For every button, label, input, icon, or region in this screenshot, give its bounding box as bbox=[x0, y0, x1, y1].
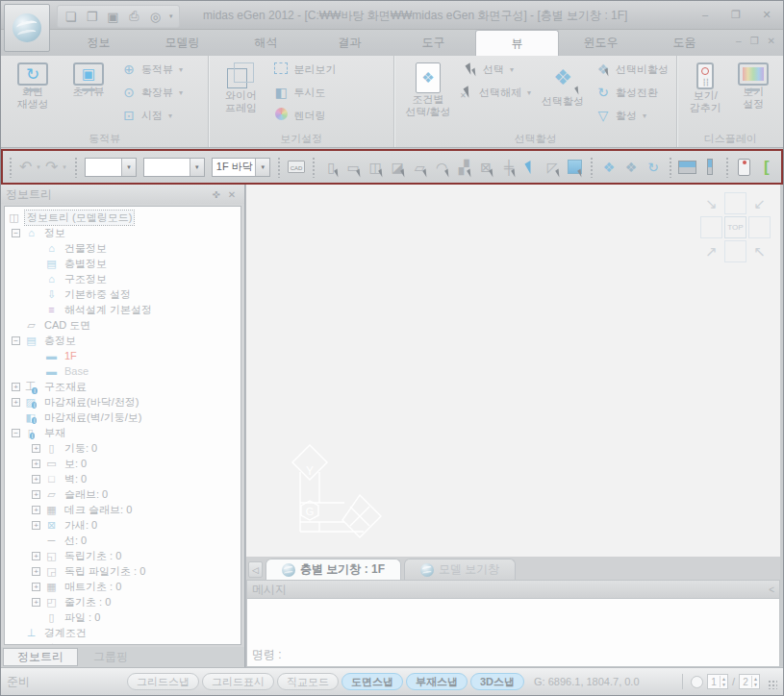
expand-toggle-icon[interactable]: + bbox=[32, 506, 40, 514]
menu-tab[interactable]: 정보 bbox=[57, 30, 140, 56]
page-spinner-current[interactable]: 1 ▲▼ bbox=[707, 674, 728, 689]
dropdown-caret-icon[interactable]: ▾ bbox=[508, 65, 514, 74]
tree-item[interactable]: + 줄기초 : 0 bbox=[5, 594, 240, 609]
select-rail-icon[interactable] bbox=[497, 157, 518, 178]
toolbar-options-caret-icon[interactable]: ▾ bbox=[167, 12, 175, 20]
ribbon-large-button[interactable]: 화면 재생성 bbox=[5, 58, 61, 131]
tree-item[interactable]: 해석설계 기본설정 bbox=[5, 302, 240, 317]
expand-toggle-icon[interactable]: + bbox=[32, 598, 40, 607]
ribbon-large-button[interactable]: 초기뷰 bbox=[61, 58, 116, 131]
tree-item[interactable]: + 보: 0 bbox=[5, 456, 240, 471]
new-file-icon[interactable]: ❏ bbox=[62, 8, 80, 25]
select-beam-icon[interactable] bbox=[342, 157, 364, 178]
tree-item-label[interactable]: 정보트리 (모델링모드) bbox=[25, 211, 134, 225]
story-combo-1[interactable]: ▾ bbox=[85, 158, 137, 177]
cad-import-icon[interactable] bbox=[286, 157, 307, 178]
toolbar-grip[interactable] bbox=[590, 157, 594, 178]
menu-tab[interactable]: 도움 bbox=[643, 30, 726, 56]
expand-toggle-icon[interactable]: − bbox=[12, 229, 20, 237]
pin-icon[interactable]: ✜ bbox=[209, 189, 224, 200]
green-bracket-icon[interactable] bbox=[756, 157, 777, 178]
pick-cursor-icon[interactable] bbox=[519, 157, 541, 178]
combo-caret-icon[interactable]: ▾ bbox=[190, 159, 204, 176]
tab-scroll-left-icon[interactable]: ◁ bbox=[248, 561, 263, 578]
view-top-button[interactable]: TOP bbox=[724, 216, 746, 238]
mdi-restore-button[interactable]: ❐ bbox=[750, 36, 759, 46]
spinner-arrows-icon[interactable]: ▲▼ bbox=[720, 676, 727, 687]
command-prompt[interactable]: 명령 : bbox=[252, 647, 282, 663]
tree-item[interactable]: 선: 0 bbox=[5, 533, 240, 548]
toolbar-grip[interactable] bbox=[9, 157, 13, 178]
tree-item-label[interactable]: 층정보 bbox=[42, 334, 78, 348]
tree-item[interactable]: Base bbox=[5, 363, 240, 379]
select-arc-icon[interactable] bbox=[431, 157, 452, 178]
ribbon-small-button[interactable]: 분리보기 bbox=[268, 58, 340, 81]
pan-up-icon[interactable] bbox=[724, 240, 746, 262]
expand-toggle-icon[interactable]: + bbox=[32, 567, 40, 576]
tree-item-label[interactable]: 하중 bbox=[42, 641, 67, 646]
tree-item-label[interactable]: 부재 bbox=[42, 426, 67, 440]
tree-item-label[interactable]: 건물정보 bbox=[63, 241, 109, 256]
snap-toggle-button[interactable]: 도면스냅 bbox=[341, 673, 403, 690]
tree-item[interactable]: 건물정보 bbox=[5, 240, 240, 256]
expand-toggle-icon[interactable]: + bbox=[12, 398, 20, 407]
tree-item[interactable]: 정보트리 (모델링모드) bbox=[5, 210, 240, 225]
tree-item-label[interactable]: 보: 0 bbox=[63, 457, 89, 471]
tree-item[interactable]: + 매트기초 : 0 bbox=[5, 579, 240, 594]
tree-item-label[interactable]: CAD 도면 bbox=[42, 318, 92, 333]
ribbon-large-button[interactable]: 와이어 프레임 bbox=[213, 58, 268, 131]
toolbar-grip[interactable] bbox=[277, 157, 281, 178]
tree-item[interactable]: 구조정보 bbox=[5, 271, 240, 286]
snap-toggle-button[interactable]: 3D스냅 bbox=[470, 673, 524, 690]
command-output[interactable]: 명령 : bbox=[246, 599, 780, 667]
tree-item-label[interactable]: 슬래브: 0 bbox=[63, 487, 110, 502]
tree-item[interactable]: + 벽: 0 bbox=[5, 471, 240, 486]
tree-item-label[interactable]: Base bbox=[63, 365, 90, 377]
expand-toggle-icon[interactable]: + bbox=[32, 475, 40, 484]
ribbon-large-button[interactable]: 조건별 선택/활성 bbox=[398, 58, 458, 131]
tree-item-label[interactable]: 파일 : 0 bbox=[63, 610, 102, 625]
menu-tab[interactable]: 해석 bbox=[224, 30, 308, 56]
tree-item-label[interactable]: 기본하중 설정 bbox=[63, 287, 133, 302]
expand-toggle-icon[interactable]: + bbox=[32, 444, 40, 453]
tree-item[interactable]: − 부재 bbox=[5, 425, 240, 440]
menu-tab[interactable]: 뷰 bbox=[475, 30, 559, 56]
expand-toggle-icon[interactable]: − bbox=[12, 336, 20, 345]
tree-item-label[interactable]: 독립기초 : 0 bbox=[63, 549, 123, 563]
dropdown-caret-icon[interactable]: ▾ bbox=[641, 112, 646, 120]
ribbon-small-button[interactable]: 시점 ▾ bbox=[116, 104, 187, 127]
expand-toggle-icon[interactable]: + bbox=[32, 460, 40, 468]
dropdown-caret-icon[interactable]: ▾ bbox=[166, 112, 172, 120]
dropdown-caret-icon[interactable]: ▾ bbox=[177, 65, 183, 74]
tree-item[interactable]: CAD 도면 bbox=[5, 317, 240, 333]
mdi-minimize-button[interactable]: – bbox=[736, 36, 742, 46]
tree-item[interactable]: 기본하중 설정 bbox=[5, 286, 240, 302]
floor-view-canvas[interactable]: ↘ ↙ TOP ↗ ↖ Y G bbox=[245, 185, 780, 557]
tree-item-label[interactable]: 선: 0 bbox=[63, 534, 89, 548]
mdi-close-button[interactable]: ✕ bbox=[768, 36, 775, 46]
pan-right-icon[interactable] bbox=[700, 216, 722, 238]
tree-item-label[interactable]: 가새: 0 bbox=[63, 518, 99, 533]
page-spinner-total[interactable]: 2 ▲▼ bbox=[739, 674, 760, 689]
tree-item-label[interactable]: 마감재료(바닥/천정) bbox=[42, 395, 140, 410]
activate-select-icon[interactable] bbox=[598, 157, 620, 178]
toolbar-grip[interactable] bbox=[74, 157, 78, 178]
redo-caret-icon[interactable]: ▾ bbox=[60, 163, 69, 171]
print-icon[interactable]: ⎙ bbox=[125, 8, 143, 25]
ribbon-small-button[interactable]: 렌더링 bbox=[268, 104, 340, 127]
panel-tab[interactable]: 그룹핑 bbox=[80, 648, 141, 666]
tree-item[interactable]: + 마감재료(바닥/천정) bbox=[5, 394, 240, 410]
tree-item[interactable]: + 독립 파일기초 : 0 bbox=[5, 563, 240, 579]
collapse-icon[interactable]: < bbox=[769, 584, 774, 595]
expand-toggle-icon[interactable]: − bbox=[12, 429, 20, 437]
menu-tab[interactable]: 윈도우 bbox=[559, 30, 643, 56]
tree-item-label[interactable]: 구조정보 bbox=[63, 272, 109, 286]
tree-item[interactable]: + 가새: 0 bbox=[5, 517, 240, 533]
tree-item-label[interactable]: 경계조건 bbox=[42, 626, 89, 640]
tree-item[interactable]: 경계조건 bbox=[5, 625, 240, 640]
tree-item[interactable]: + 하중 bbox=[5, 640, 240, 645]
tree-item-label[interactable]: 데크 슬래브: 0 bbox=[63, 503, 134, 517]
ribbon-large-button[interactable]: 보기/ 감추기 bbox=[681, 58, 729, 131]
tree-item[interactable]: + 기둥: 0 bbox=[5, 440, 240, 456]
combo-caret-icon[interactable]: ▾ bbox=[121, 159, 136, 176]
